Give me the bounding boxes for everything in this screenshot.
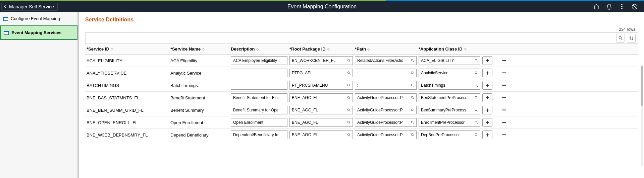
lookup-icon[interactable] [473,108,480,112]
svg-point-16 [475,96,477,98]
root-package-input[interactable] [290,118,345,126]
delete-row-button[interactable]: − [499,130,509,139]
add-row-button[interactable]: + [482,56,492,65]
root-package-input[interactable] [290,57,345,65]
svg-point-19 [475,109,477,111]
delete-row-button[interactable]: − [499,118,509,127]
notifications-icon[interactable] [606,3,612,10]
lookup-icon[interactable] [473,96,480,100]
col-description[interactable]: Description◇ [231,47,289,52]
path-input[interactable] [355,81,409,89]
add-row-button[interactable]: + [482,93,492,102]
lookup-icon[interactable] [409,133,416,137]
scrollbar-thumb[interactable] [641,66,643,106]
header-action-icons [593,3,644,10]
add-row-button[interactable]: + [482,118,492,127]
path-input[interactable] [355,106,409,114]
description-input[interactable] [231,130,287,139]
back-navigation[interactable]: Manager Self Service [1,3,58,11]
add-row-button[interactable]: + [482,81,492,90]
app-class-input[interactable] [419,131,473,139]
delete-row-button[interactable]: − [499,106,509,114]
add-row-button[interactable]: + [482,69,492,77]
add-row-button[interactable]: + [482,106,492,114]
lookup-icon[interactable] [473,133,480,137]
col-path[interactable]: *Path◇ [355,47,419,52]
lookup-icon[interactable] [409,108,416,112]
root-package-input[interactable] [290,69,345,77]
svg-point-7 [475,59,477,61]
table-row: ACA_ELIGIBILITYACA Eligibility+− [85,55,638,67]
chevron-left-icon [4,4,7,9]
root-package-input[interactable] [290,81,345,89]
col-app-class[interactable]: *Application Class ID◇ [419,47,482,52]
app-class-input[interactable] [419,118,473,126]
delete-row-button[interactable]: − [499,93,509,102]
root-package-input[interactable] [290,131,345,139]
vertical-scrollbar[interactable] [641,66,643,166]
description-input[interactable] [231,106,287,114]
description-input[interactable] [231,93,287,102]
lookup-icon[interactable] [473,71,480,75]
lookup-icon[interactable] [409,71,416,75]
app-class-input[interactable] [419,81,473,89]
delete-row-button[interactable]: − [499,81,509,90]
svg-point-17 [347,109,350,111]
grid-sort-button[interactable] [627,34,636,42]
lookup-icon[interactable] [473,83,480,87]
path-input[interactable] [355,57,409,65]
lookup-icon[interactable] [345,133,353,137]
actions-menu-icon[interactable] [619,3,625,10]
app-class-input[interactable] [419,106,473,114]
delete-row-button[interactable]: − [499,56,509,65]
lookup-icon[interactable] [409,120,416,124]
add-row-button[interactable]: + [482,130,492,139]
col-service-name[interactable]: *Service Name◇ [170,47,231,52]
lookup-icon[interactable] [345,108,353,112]
description-input[interactable] [231,69,287,77]
table-row: BNE_W3EB_DEPBNSMRY_FLDepend Beneficiary+… [85,129,638,141]
col-service-id[interactable]: *Service ID◇ [87,47,170,52]
service-id-cell: ACA_ELIGIBILITY [87,58,170,63]
path-input[interactable] [355,94,409,102]
sort-icon: ◇ [111,47,113,51]
description-input[interactable] [231,56,287,65]
root-package-input[interactable] [290,94,345,102]
lookup-icon[interactable] [409,83,416,87]
svg-point-22 [475,121,477,123]
svg-point-2 [622,8,623,9]
lookup-icon[interactable] [345,83,353,87]
lookup-icon[interactable] [409,96,416,100]
app-class-input[interactable] [419,69,473,77]
grid-search-button[interactable] [616,34,625,42]
path-input[interactable] [355,118,409,126]
sidebar-item-event-mapping-services[interactable]: Event Mapping Services [0,25,77,40]
table-row: BNE_BEN_SUMM_GRID_FLBenefit Summary+− [85,104,638,116]
app-class-input[interactable] [419,94,473,102]
svg-point-1 [622,6,623,7]
delete-row-button[interactable]: − [499,69,509,77]
content-area: II Service Definitions 234 rows *Service… [78,12,644,178]
navbar-icon[interactable] [631,3,638,10]
sidebar-collapse-handle[interactable]: II [78,132,79,141]
lookup-icon[interactable] [345,120,353,124]
home-icon[interactable] [593,3,600,10]
service-id-cell: BATCHTIMINGS [87,83,170,88]
description-input[interactable] [231,81,287,90]
page-icon [4,31,9,35]
svg-point-20 [347,121,350,123]
sort-icon: ◇ [202,47,205,51]
lookup-icon[interactable] [473,59,480,63]
col-root-package[interactable]: *Root Package ID◇ [289,47,355,52]
path-input[interactable] [355,131,409,139]
lookup-icon[interactable] [345,71,353,75]
app-class-input[interactable] [419,57,473,65]
description-input[interactable] [231,118,287,127]
lookup-icon[interactable] [409,59,416,63]
sidebar-item-configure-event-mapping[interactable]: Configure Event Mapping [0,12,77,25]
root-package-input[interactable] [290,106,345,114]
lookup-icon[interactable] [345,96,353,100]
lookup-icon[interactable] [473,120,480,124]
lookup-icon[interactable] [345,59,353,63]
path-input[interactable] [355,69,409,77]
